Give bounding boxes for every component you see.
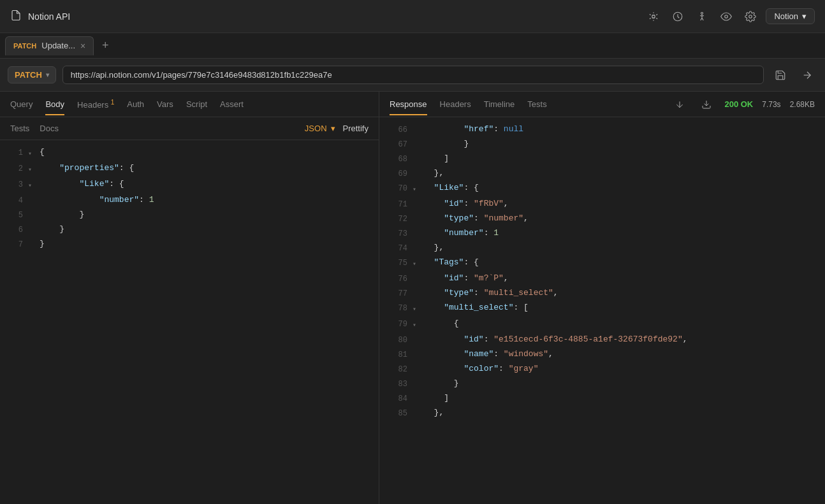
format-arrow: ▾ [331, 124, 335, 133]
response-line: 77 "type": "multi_select", [379, 286, 825, 301]
top-bar-right: Notion ▾ [645, 8, 815, 25]
response-icon-1[interactable] [671, 96, 689, 113]
settings-icon[interactable] [741, 8, 759, 25]
send-button[interactable] [797, 65, 817, 85]
tab-name: Update... [41, 41, 75, 50]
response-line: 83 } [379, 377, 825, 391]
top-bar: Notion API Notion ▾ [0, 0, 825, 33]
tab-body[interactable]: Body [45, 93, 64, 115]
tab-assert[interactable]: Assert [220, 93, 244, 115]
svg-point-0 [652, 15, 655, 18]
response-line: 85 }, [379, 406, 825, 421]
code-line: 5 } [0, 208, 379, 222]
bug-icon[interactable] [645, 8, 662, 25]
clock-icon[interactable] [669, 8, 687, 25]
tab-bar: PATCH Update... × + [0, 33, 825, 59]
url-bar: PATCH ▾ [0, 59, 825, 92]
response-line: 84 ] [379, 391, 825, 406]
response-line: 78 ▾ "multi_select": [ [379, 301, 825, 317]
response-line: 82 "color": "gray" [379, 362, 825, 377]
code-line: 7 } [0, 237, 379, 252]
app-title: Notion API [28, 11, 70, 22]
tab-docs[interactable]: Docs [40, 120, 59, 137]
tab-timeline[interactable]: Timeline [484, 93, 515, 115]
tab-response[interactable]: Response [390, 93, 427, 115]
tab-method: PATCH [13, 42, 36, 50]
figure-icon[interactable] [693, 8, 711, 25]
response-download[interactable] [697, 96, 715, 113]
response-line: 69 }, [379, 166, 825, 181]
response-line: 72 "type": "number", [379, 212, 825, 226]
response-size: 2.68KB [790, 100, 815, 109]
notion-button[interactable]: Notion ▾ [766, 8, 815, 24]
tab-headers[interactable]: Headers 1 [77, 92, 114, 116]
code-line: 2 ▾ "properties": { [0, 161, 379, 177]
code-line: 6 } [0, 222, 379, 237]
request-tabs: Query Body Headers 1 Auth Vars Script As… [0, 92, 379, 117]
main-content: Query Body Headers 1 Auth Vars Script As… [0, 92, 825, 504]
tab-close-button[interactable]: × [80, 41, 85, 51]
response-tabs: Response Headers Timeline Tests 200 OK 7… [379, 92, 825, 117]
left-panel: Query Body Headers 1 Auth Vars Script As… [0, 92, 379, 504]
prettify-button[interactable]: Prettify [343, 124, 369, 133]
svg-point-4 [749, 15, 752, 18]
tab-tests-response[interactable]: Tests [527, 93, 546, 115]
request-body-editor[interactable]: 1 ▾ { 2 ▾ "properties": { 3 ▾ "Like": { … [0, 140, 379, 504]
tab-script[interactable]: Script [186, 93, 207, 115]
response-line: 74 }, [379, 241, 825, 256]
response-line: 67 } [379, 137, 825, 152]
tab-headers-response[interactable]: Headers [440, 93, 471, 115]
right-panel: Response Headers Timeline Tests 200 OK 7… [379, 92, 825, 504]
svg-point-3 [725, 15, 728, 18]
tab-auth[interactable]: Auth [127, 93, 144, 115]
code-line: 1 ▾ { [0, 145, 379, 161]
eye-icon[interactable] [717, 8, 735, 25]
format-selector[interactable]: JSON ▾ [305, 124, 335, 133]
response-line: 76 "id": "m?`P", [379, 271, 825, 286]
response-line: 73 "number": 1 [379, 226, 825, 241]
tab-vars[interactable]: Vars [157, 93, 173, 115]
response-line: 79 ▾ { [379, 317, 825, 333]
request-tab[interactable]: PATCH Update... × [5, 36, 94, 55]
response-line: 68 ] [379, 152, 825, 166]
code-line: 4 "number": 1 [0, 193, 379, 208]
code-line: 3 ▾ "Like": { [0, 177, 379, 193]
document-icon [10, 10, 22, 24]
chevron-down-icon: ▾ [802, 11, 807, 21]
save-url-button[interactable] [770, 65, 791, 85]
add-tab-button[interactable]: + [96, 37, 114, 55]
response-time: 7.73s [762, 100, 780, 109]
response-line: 75 ▾ "Tags": { [379, 256, 825, 271]
response-line: 80 "id": "e151cecd-6f3c-4885-a1ef-32673f… [379, 333, 825, 347]
method-label: PATCH [15, 70, 42, 80]
url-input[interactable] [62, 66, 764, 84]
svg-point-2 [701, 12, 703, 14]
response-line: 71 "id": "fRbV", [379, 197, 825, 212]
tab-query[interactable]: Query [10, 93, 33, 115]
response-line: 70 ▾ "Like": { [379, 181, 825, 197]
response-line: 81 "name": "windows", [379, 347, 825, 362]
status-badge: 200 OK [724, 99, 753, 109]
top-bar-left: Notion API [10, 10, 70, 24]
response-body: 66 "href": null 67 } 68 ] 69 }, 70 ▾ "Li… [379, 117, 825, 504]
response-meta: 200 OK 7.73s 2.68KB [671, 96, 815, 113]
tab-tests[interactable]: Tests [10, 120, 29, 137]
method-selector[interactable]: PATCH ▾ [8, 66, 56, 83]
method-dropdown-arrow: ▾ [46, 71, 49, 78]
response-line: 66 "href": null [379, 122, 825, 137]
